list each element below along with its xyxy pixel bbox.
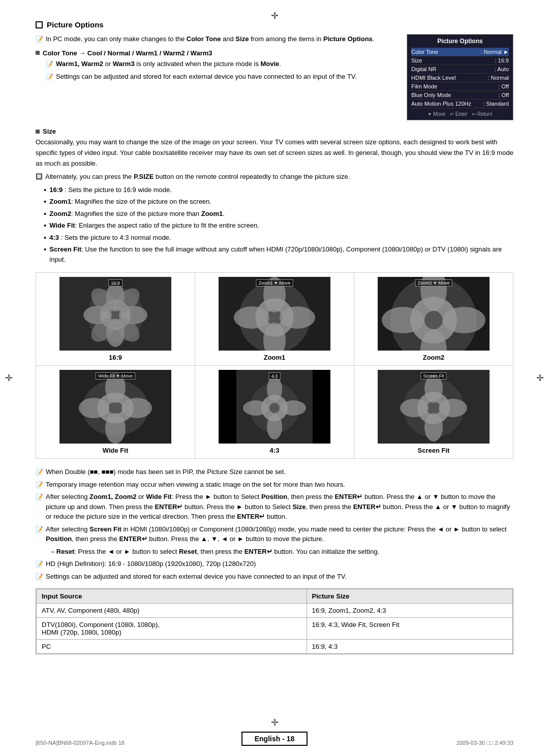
flower-image-zoom1: Zoom1 ✦ Move bbox=[219, 277, 330, 351]
crosshair-bottom-icon: ✛ bbox=[271, 717, 279, 728]
svg-point-27 bbox=[443, 307, 485, 333]
img-tag-169: 16:9 bbox=[108, 279, 123, 287]
img-label-widefit: Wide Fit bbox=[103, 447, 128, 454]
po-value-auto-motion: : Standard bbox=[483, 101, 509, 107]
svg-point-26 bbox=[382, 307, 424, 333]
bullet-dot-169: • bbox=[44, 185, 46, 195]
po-nav: ✦ Move ↵ Enter ↩ Return bbox=[411, 111, 509, 117]
img-label-screenfit: Screen Fit bbox=[418, 447, 450, 454]
po-label-film-mode: Film Mode bbox=[411, 83, 437, 89]
svg-point-34 bbox=[79, 398, 109, 418]
po-value-size: : 16:9 bbox=[495, 57, 509, 64]
flower-svg-widefit bbox=[59, 370, 171, 444]
color-tone-section: Color Tone → Cool / Normal / Warm1 / War… bbox=[36, 49, 396, 82]
bullet-square-icon bbox=[36, 51, 40, 55]
table-cell-dtv-input: DTV(1080i), Component (1080i, 1080p),HDM… bbox=[37, 618, 307, 640]
table-cell-atv-input: ATV, AV, Component (480i, 480p) bbox=[37, 604, 307, 618]
img-tag-zoom2: Zoom2 ✦ Move bbox=[415, 279, 452, 287]
bn4-sym: 📝 bbox=[36, 525, 43, 534]
flower-image-zoom2: Zoom2 ✦ Move bbox=[378, 277, 490, 351]
flower-svg-169 bbox=[59, 277, 171, 351]
section-heading: Picture Options bbox=[47, 20, 104, 29]
pc-mode-text: In PC mode, you can only make changes to… bbox=[46, 34, 374, 44]
img-tag-screenfit: Screen Fit bbox=[420, 372, 446, 380]
color-tone-heading: Color Tone → Cool / Normal / Warm1 / War… bbox=[36, 49, 396, 57]
svg-rect-38 bbox=[313, 370, 330, 444]
po-label-blue-only: Blue Only Mode bbox=[411, 92, 451, 98]
img-tag-43: 4:3 bbox=[269, 372, 281, 380]
img-label-169: 16:9 bbox=[109, 354, 122, 361]
img-tag-zoom1: Zoom1 ✦ Move bbox=[256, 279, 293, 287]
flower-svg-43 bbox=[219, 370, 330, 444]
footer-english-label: English - 18 bbox=[241, 732, 308, 746]
img-tag-widefit: Wide Fit ✦ Move bbox=[96, 372, 135, 380]
bottom-note-2: 📝 Temporary image retention may occur wh… bbox=[36, 480, 513, 490]
svg-point-52 bbox=[424, 413, 443, 442]
bottom-note-hd: 📝 HD (High Definition): 16:9 - 1080i/108… bbox=[36, 559, 513, 569]
top-text: 📝 In PC mode, you can only make changes … bbox=[36, 34, 396, 120]
po-row-color-tone: Color Tone : Normal ► bbox=[411, 48, 509, 56]
table-cell-atv-size: 16:9, Zoom1, Zoom2, 4:3 bbox=[307, 604, 512, 618]
picture-options-box: Picture Options Color Tone : Normal ► Si… bbox=[407, 34, 513, 120]
bottom-note-1: 📝 When Double (■■, ■■■) mode has been se… bbox=[36, 467, 513, 477]
flower-svg-zoom1 bbox=[219, 277, 330, 351]
footer-right-text: 2009-03-30 □□ 2:49:33 bbox=[456, 740, 513, 746]
svg-point-42 bbox=[269, 403, 280, 413]
images-row-2: Wide Fit ✦ Move Wide Fit bbox=[36, 366, 513, 458]
img-label-43: 4:3 bbox=[270, 447, 280, 454]
size-section: Size Occasionally, you may want to chang… bbox=[36, 128, 513, 264]
po-label-auto-motion: Auto Motion Plus 120Hz bbox=[411, 101, 471, 107]
img-label-zoom2: Zoom2 bbox=[423, 354, 445, 361]
svg-point-18 bbox=[234, 306, 269, 329]
svg-point-44 bbox=[267, 414, 282, 439]
bottom-note-reset: – Reset: Press the ◄ or ► button to sele… bbox=[36, 547, 513, 557]
image-cell-screenfit: Screen Fit Screen Fit bbox=[354, 366, 513, 458]
table-cell-pc-size: 16:9, 4:3 bbox=[307, 640, 512, 654]
po-row-film-mode: Film Mode : Off bbox=[411, 82, 509, 91]
table-header-size: Picture Size bbox=[307, 589, 512, 604]
flower-svg-zoom2 bbox=[378, 277, 490, 351]
bottom-note-4: 📝 After selecting Screen Fit in HDMI (10… bbox=[36, 524, 513, 544]
images-row-1: 16:9 bbox=[36, 273, 513, 366]
bullet-dot-widefit: • bbox=[44, 220, 46, 231]
images-grid: 16:9 bbox=[36, 272, 513, 459]
svg-point-45 bbox=[243, 400, 268, 416]
bottom-note-settings: 📝 Settings can be adjusted and stored fo… bbox=[36, 572, 513, 582]
flower-image-43: 4:3 bbox=[219, 370, 330, 444]
po-label-color-tone: Color Tone bbox=[411, 49, 438, 55]
size-bullet-list: • 16:9 : Sets the picture to 16:9 wide m… bbox=[36, 185, 513, 265]
bn1-sym: 📝 bbox=[36, 467, 43, 477]
bullet-169: • 16:9 : Sets the picture to 16:9 wide m… bbox=[44, 185, 513, 195]
size-intro: Occasionally, you may want to change the… bbox=[36, 137, 513, 169]
po-value-film-mode: : Off bbox=[498, 83, 509, 89]
po-value-hdmi-black: : Normal bbox=[487, 75, 509, 81]
image-cell-zoom2: Zoom2 ✦ Move Zoom2 bbox=[354, 273, 513, 365]
flower-image-169: 16:9 bbox=[59, 277, 171, 351]
svg-point-43 bbox=[267, 376, 282, 402]
table-row-dtv: DTV(1080i), Component (1080i, 1080p),HDM… bbox=[37, 618, 513, 640]
image-cell-widefit: Wide Fit ✦ Move Wide Fit bbox=[36, 366, 195, 458]
bottom-note-3: 📝 After selecting Zoom1, Zoom2 or Wide F… bbox=[36, 492, 513, 522]
bullet-screenfit: • Screen Fit: Use the function to see th… bbox=[44, 244, 513, 264]
page: ✛ ✛ ✛ Picture Options 📝 In PC mode, you … bbox=[0, 0, 549, 756]
svg-point-33 bbox=[105, 413, 126, 444]
flower-image-widefit: Wide Fit ✦ Move bbox=[59, 370, 171, 444]
bottom-notes: 📝 When Double (■■, ■■■) mode has been se… bbox=[36, 467, 513, 581]
section-title: Picture Options bbox=[36, 20, 513, 29]
po-row-size: Size : 16:9 bbox=[411, 56, 509, 65]
flower-svg-screenfit bbox=[378, 370, 490, 444]
size-note-psize: 🔲 Alternately, you can press the P.SIZE … bbox=[36, 172, 513, 182]
svg-point-53 bbox=[400, 399, 429, 417]
table-row-atv: ATV, AV, Component (480i, 480p) 16:9, Zo… bbox=[37, 604, 513, 618]
bullet-dot-zoom2: • bbox=[44, 209, 46, 219]
color-tone-note-2: 📝 Settings can be adjusted and stored fo… bbox=[46, 72, 396, 82]
bn3-sym: 📝 bbox=[36, 492, 43, 501]
pc-mode-note: 📝 In PC mode, you can only make changes … bbox=[36, 34, 396, 44]
size-bullet-icon bbox=[36, 130, 40, 134]
bullet-dot-zoom1: • bbox=[44, 197, 46, 207]
svg-rect-37 bbox=[219, 370, 236, 444]
svg-point-50 bbox=[427, 401, 440, 415]
size-heading: Size bbox=[36, 128, 513, 135]
psize-note-sym: 🔲 bbox=[36, 172, 43, 181]
bullet-43: • 4:3 : Sets the picture to 4:3 normal m… bbox=[44, 233, 513, 243]
